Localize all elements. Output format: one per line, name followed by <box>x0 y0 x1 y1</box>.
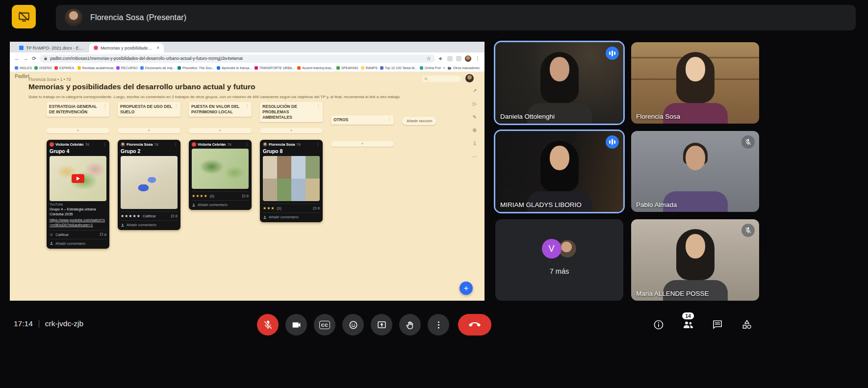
add-comment-row[interactable]: Añadir comentario <box>192 200 249 208</box>
column-menu-icon[interactable]: ⋮ <box>387 117 391 123</box>
speaker-icon[interactable] <box>438 56 444 61</box>
bookmark-star-icon[interactable]: ☆ <box>426 56 431 61</box>
bookmark-item[interactable]: TRANSPORTE URBA... <box>255 66 295 70</box>
add-post-button[interactable]: + <box>189 128 252 133</box>
reload-icon[interactable]: ⟳ <box>32 56 36 61</box>
padlet-card[interactable]: Victoria Cebrián 7d ⋮ Grupo 4 YouTube Gr… <box>47 140 109 249</box>
add-post-button[interactable]: + <box>47 128 109 133</box>
activities-icon[interactable] <box>741 319 753 331</box>
add-comment-row[interactable]: Añadir comentario <box>121 220 178 228</box>
chat-panel-icon[interactable] <box>712 319 723 331</box>
padlet-user-avatar[interactable] <box>465 74 474 82</box>
padlet-card[interactable]: Florencia Sosa 7d ⋮ Grupo 8 ★★★ (1) 0 <box>260 140 323 222</box>
card-image[interactable] <box>263 156 320 201</box>
participant-tile[interactable]: Daniela Ottolenghi <box>495 42 623 124</box>
tab-close-icon[interactable]: × <box>156 46 159 51</box>
rating-stars[interactable]: ★★★★ <box>192 194 208 198</box>
column-menu-icon[interactable]: ⋮ <box>245 104 249 115</box>
bookmark-item[interactable]: Top 10 100 Tarea W... <box>380 66 417 70</box>
browser-tab-padlet[interactable]: Memorias y posibilidades del de... × <box>89 43 164 52</box>
play-icon[interactable] <box>72 174 84 183</box>
browser-profile-avatar[interactable] <box>465 55 471 62</box>
people-panel-icon[interactable]: 14 <box>682 319 694 331</box>
bookmark-item[interactable]: Aprendre le frança... <box>217 66 252 70</box>
add-comment-row[interactable]: Añadir comentario <box>50 239 106 247</box>
more-options-button[interactable] <box>428 314 449 336</box>
present-button[interactable] <box>371 314 392 336</box>
bookmark-item[interactable]: Accent training less... <box>297 66 334 70</box>
participant-tile[interactable]: Maria ALLENDE POSSE <box>631 219 759 301</box>
add-section-button[interactable]: Añadir sección <box>402 117 436 125</box>
padlet-card[interactable]: Victoria Cebrián 7d ⋮ ★★★★ (1) 0 <box>189 140 252 210</box>
card-menu-icon[interactable]: ⋮ <box>316 142 320 147</box>
participant-name: Pablo Almada <box>636 201 677 208</box>
bookmark-item[interactable]: Phonetics: The Sou... <box>178 66 214 70</box>
more-icon[interactable]: ⋯ <box>471 153 478 160</box>
bookmark-item[interactable]: RECURSO <box>116 66 138 70</box>
bookmark-item[interactable]: Diccionario de ingl... <box>140 66 175 70</box>
participant-tile[interactable]: MIRIAM GLADYS LIBORIO <box>495 131 623 212</box>
edit-icon[interactable]: ✎ <box>471 113 478 120</box>
participant-tile[interactable]: Florencia Sosa <box>631 42 759 124</box>
padlet-add-button[interactable]: + <box>460 282 473 295</box>
address-bar[interactable]: padlet.com/mibosas1/memorias-y-posibilid… <box>40 54 435 63</box>
export-icon[interactable]: ⇩ <box>471 140 478 147</box>
share-icon[interactable]: ↗ <box>471 87 478 94</box>
column-menu-icon[interactable]: ⋮ <box>174 104 178 115</box>
bookmark-item[interactable]: RAMPS <box>361 66 378 70</box>
browser-tab-docs[interactable]: TP RAMPO- 2021.docx - Educac... <box>15 43 89 52</box>
camera-button[interactable] <box>285 314 307 336</box>
column-header[interactable]: PUESTA EN VALOR DEL PATRIMONIO LOCAL⋮ <box>189 102 252 117</box>
back-icon[interactable]: ← <box>14 56 20 61</box>
add-post-button[interactable]: + <box>260 128 323 133</box>
column-menu-icon[interactable]: ⋮ <box>316 104 320 120</box>
overflow-tile[interactable]: V 7 más <box>495 219 623 301</box>
add-post-button[interactable]: + <box>331 141 394 147</box>
bookmark-item[interactable]: Online Portfolio b... <box>420 66 441 70</box>
participant-tile[interactable]: Pablo Almada <box>631 131 759 212</box>
raise-hand-button[interactable] <box>399 314 421 336</box>
meeting-details-icon[interactable] <box>653 319 664 331</box>
bookmark-label: Top 10 100 Tarea W... <box>385 66 417 70</box>
forward-icon[interactable]: → <box>23 56 28 61</box>
column-header[interactable]: PROPUESTA DE USO DEL SUELO⋮ <box>118 102 180 117</box>
bookmark-item[interactable]: Revistas académicas <box>77 66 114 70</box>
padlet-search-input[interactable] <box>422 76 461 82</box>
card-image[interactable] <box>192 149 249 189</box>
rate-label[interactable]: Calificar <box>143 214 156 218</box>
column-header[interactable]: OTROS⋮ <box>331 115 394 125</box>
browser-menu-icon[interactable]: ⋮ <box>475 56 480 61</box>
card-menu-icon[interactable]: ⋮ <box>174 142 178 147</box>
card-menu-icon[interactable]: ⋮ <box>102 142 106 147</box>
card-menu-icon[interactable]: ⋮ <box>245 142 249 147</box>
card-link[interactable]: https://www.youtube.com/watch?v=rv9EluD0… <box>50 218 106 228</box>
card-video-thumbnail[interactable] <box>50 156 106 201</box>
column-header[interactable]: ESTRATEGIA GENERAL DE INTERVENCIÓN⋮ <box>47 102 109 117</box>
card-image[interactable] <box>121 156 178 209</box>
cast-icon[interactable] <box>456 56 461 61</box>
extensions-icon[interactable] <box>447 56 453 61</box>
star-outline-icon[interactable]: ☆ <box>50 233 53 237</box>
reactions-button[interactable] <box>342 314 364 336</box>
rate-label[interactable]: Calificar <box>55 233 69 237</box>
captions-button[interactable]: CC <box>314 314 335 336</box>
bookmark-item[interactable]: INGLES <box>15 66 32 70</box>
mic-button[interactable] <box>257 314 279 336</box>
slideshow-icon[interactable]: ▷ <box>471 100 478 107</box>
bookmark-item[interactable]: SPEAKING <box>336 66 358 70</box>
column-menu-icon[interactable]: ⋮ <box>103 104 107 115</box>
column-title: RESOLUCIÓN DE PROBLEMAS AMBIENTALES <box>262 104 315 120</box>
bookmark-item[interactable]: ESPAÑOL <box>54 66 75 70</box>
rating-stars[interactable]: ★★★ <box>263 206 275 210</box>
other-bookmarks[interactable]: Otros marcadores <box>447 66 480 70</box>
add-comment-row[interactable]: Añadir comentario <box>263 212 320 220</box>
bookmarks-overflow-icon[interactable]: » <box>443 66 445 70</box>
padlet-card[interactable]: Florencia Sosa 7d ⋮ Grupo 2 ★★★★★ Califi… <box>118 140 180 230</box>
settings-icon[interactable]: ⚙ <box>471 127 478 133</box>
column-header[interactable]: RESOLUCIÓN DE PROBLEMAS AMBIENTALES⋮ <box>260 102 323 122</box>
leave-call-button[interactable] <box>458 314 491 336</box>
add-post-button[interactable]: + <box>118 128 180 133</box>
rating-stars[interactable]: ★★★★★ <box>121 214 141 218</box>
bookmark-item[interactable]: DISEÑO <box>34 66 52 70</box>
stop-sharing-button[interactable] <box>12 5 36 28</box>
